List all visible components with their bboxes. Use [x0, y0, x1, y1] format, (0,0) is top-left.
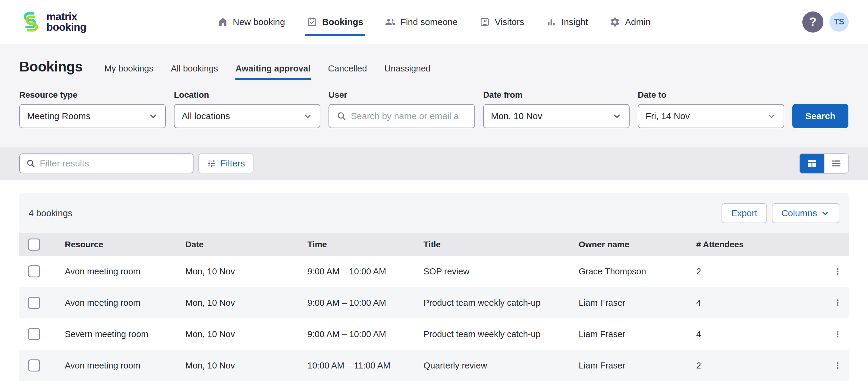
filter-row: Resource type Meeting Rooms Location All… — [19, 90, 849, 128]
cell-title: Product team weekly catch-up — [424, 298, 579, 308]
tab-cancelled[interactable]: Cancelled — [328, 64, 367, 80]
cell-attendees: 4 — [696, 329, 826, 339]
column-header-title: Title — [424, 240, 579, 249]
chevron-down-icon — [821, 209, 830, 218]
user-avatar[interactable]: TS — [830, 12, 849, 32]
export-button[interactable]: Export — [721, 203, 767, 223]
row-checkbox[interactable] — [28, 359, 40, 371]
resource-type-value: Meeting Rooms — [27, 111, 148, 121]
home-icon — [217, 17, 228, 27]
user-search-input[interactable] — [351, 111, 467, 121]
tab-my-bookings[interactable]: My bookings — [104, 64, 153, 80]
row-checkbox[interactable] — [28, 297, 40, 309]
cell-resource: Avon meeting room — [65, 267, 185, 276]
row-checkbox[interactable] — [28, 265, 40, 277]
date-from-select[interactable]: Mon, 10 Nov — [483, 104, 629, 128]
columns-button-label: Columns — [781, 208, 817, 218]
user-field: User — [329, 90, 475, 128]
nav-label: New booking — [233, 17, 285, 27]
chevron-down-icon — [148, 111, 158, 121]
card-actions: Export Columns — [721, 203, 839, 223]
date-from-field: Date from Mon, 10 Nov — [483, 90, 629, 128]
nav-find-someone[interactable]: Find someone — [385, 0, 458, 44]
tab-unassigned[interactable]: Unassigned — [384, 64, 431, 80]
table-row[interactable]: Avon meeting room Mon, 10 Nov 10:00 AM –… — [19, 350, 849, 381]
row-actions-button[interactable] — [830, 262, 845, 280]
row-actions-button[interactable] — [830, 325, 845, 343]
table-row[interactable]: Avon meeting room Mon, 10 Nov 9:00 AM – … — [19, 256, 849, 287]
filter-results-box — [19, 153, 193, 173]
cell-resource: Avon meeting room — [65, 298, 185, 308]
matrix-booking-logo-icon — [19, 8, 41, 36]
filters-button-label: Filters — [220, 158, 245, 169]
nav-new-booking[interactable]: New booking — [217, 0, 285, 44]
cell-title: Quarterly review — [424, 361, 579, 370]
cell-date: Mon, 10 Nov — [185, 298, 307, 308]
page-title: Bookings — [19, 58, 83, 75]
nav-insight[interactable]: Insight — [546, 0, 588, 44]
sliders-icon — [207, 159, 216, 168]
search-icon — [336, 111, 347, 121]
location-label: Location — [174, 90, 320, 100]
columns-button[interactable]: Columns — [772, 203, 839, 223]
filter-results-input[interactable] — [40, 158, 187, 169]
nav-label: Find someone — [400, 17, 458, 27]
resource-type-label: Resource type — [19, 90, 166, 100]
cell-owner: Grace Thompson — [579, 267, 696, 276]
cell-resource: Avon meeting room — [65, 361, 185, 370]
table-row[interactable]: Severn meeting room Mon, 10 Nov 9:00 AM … — [19, 319, 849, 350]
list-view-button[interactable] — [824, 154, 848, 173]
cell-resource: Severn meeting room — [65, 329, 185, 339]
tab-awaiting-approval[interactable]: Awaiting approval — [236, 64, 310, 80]
cell-date: Mon, 10 Nov — [185, 361, 307, 370]
cell-attendees: 4 — [696, 298, 826, 308]
view-toggle — [799, 153, 849, 174]
date-from-value: Mon, 10 Nov — [491, 111, 612, 121]
cell-owner: Liam Fraser — [579, 361, 696, 370]
table-view-icon — [806, 158, 818, 169]
top-actions: ? TS — [802, 11, 849, 33]
list-view-icon — [831, 158, 842, 169]
search-button[interactable]: Search — [792, 104, 848, 128]
help-button[interactable]: ? — [802, 11, 824, 33]
nav-bookings[interactable]: Bookings — [307, 0, 364, 44]
row-actions-button[interactable] — [830, 356, 845, 374]
cell-attendees: 2 — [696, 267, 826, 276]
column-header-date: Date — [185, 240, 307, 249]
chevron-down-icon — [767, 111, 776, 121]
brand-logo[interactable]: matrix booking — [19, 8, 87, 36]
resource-type-select[interactable]: Meeting Rooms — [19, 104, 166, 128]
select-all-checkbox[interactable] — [28, 239, 40, 250]
column-header-attendees: # Attendees — [696, 240, 826, 249]
visitor-badge-icon — [479, 17, 490, 27]
avatar-initials: TS — [834, 17, 844, 27]
cell-date: Mon, 10 Nov — [185, 329, 307, 339]
cell-title: Product team weekly catch-up — [424, 329, 579, 339]
filters-button[interactable]: Filters — [198, 153, 253, 173]
nav-label: Admin — [625, 17, 651, 27]
cell-owner: Liam Fraser — [579, 298, 696, 308]
nav-visitors[interactable]: Visitors — [479, 0, 524, 44]
nav-admin[interactable]: Admin — [610, 0, 651, 44]
results-card-header: 4 bookings Export Columns — [19, 193, 849, 233]
calendar-check-icon — [307, 17, 318, 27]
chevron-down-icon — [612, 111, 622, 121]
location-field: Location All locations — [174, 90, 320, 128]
search-icon — [26, 159, 36, 168]
gear-icon — [610, 17, 621, 27]
date-to-select[interactable]: Fri, 14 Nov — [638, 104, 784, 128]
tab-all-bookings[interactable]: All bookings — [171, 64, 218, 80]
cell-time: 10:00 AM – 11:00 AM — [307, 361, 424, 370]
location-value: All locations — [182, 111, 303, 121]
table-view-button[interactable] — [800, 154, 824, 173]
top-bar: matrix booking New booking Bookings Find… — [0, 0, 868, 44]
cell-title: SOP review — [424, 267, 579, 276]
location-select[interactable]: All locations — [174, 104, 320, 128]
row-checkbox[interactable] — [28, 328, 40, 340]
nav-label: Insight — [561, 17, 588, 27]
table-row[interactable]: Avon meeting room Mon, 10 Nov 9:00 AM – … — [19, 287, 849, 319]
row-actions-button[interactable] — [830, 294, 845, 312]
cell-owner: Liam Fraser — [579, 329, 696, 339]
bar-chart-icon — [546, 17, 557, 27]
column-header-time: Time — [307, 240, 424, 249]
